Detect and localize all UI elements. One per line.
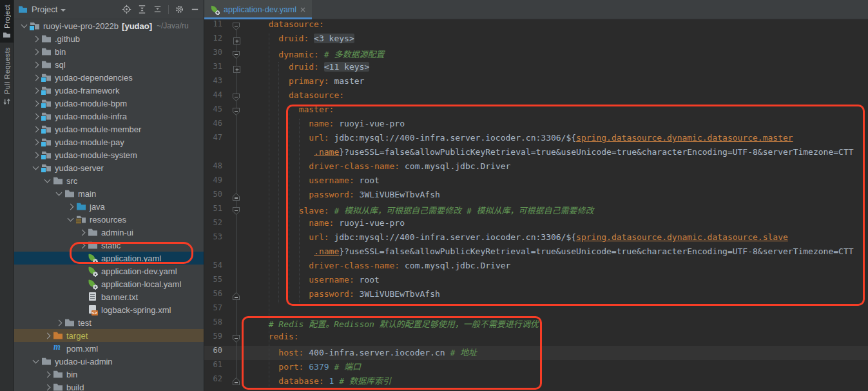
code-line-47[interactable]: 47 url: jdbc:mysql://400-infra.server.io… [204,133,868,147]
code-line-62[interactable]: 62 database: 1 # 数据库索引 [204,374,868,388]
code-line-12[interactable]: 12 druid: <3 keys> [204,34,868,48]
fold-marker-open-icon[interactable] [233,335,240,343]
code-line-53[interactable]: 53 url: jdbc:mysql://400-infra.server.io… [204,232,868,246]
tree-item-test[interactable]: test [14,316,204,329]
tree-item-bin[interactable]: bin [14,45,204,58]
fold-marker-plus-icon[interactable] [233,37,240,45]
code-line-49[interactable]: 49 username: root [204,175,868,190]
tree-item-yudao-ui-admin[interactable]: yudao-ui-admin [14,355,204,368]
tree-item-target[interactable]: target [14,329,204,342]
tree-item-yudao-framework[interactable]: yudao-framework [14,84,204,97]
chevron-right-icon[interactable] [33,88,39,94]
chevron-down-icon[interactable] [21,22,28,28]
tree-item-admin-ui[interactable]: admin-ui [14,226,204,239]
code-line-60[interactable]: 60 host: 400-infra.server.iocoder.cn # 地… [204,346,868,360]
tree-item-github[interactable]: .github [14,32,204,45]
tool-button-project[interactable]: Project [0,0,14,43]
code-line-48[interactable]: 48 driver-class-name: com.mysql.jdbc.Dri… [204,161,868,175]
chevron-right-icon[interactable] [33,49,39,55]
tree-item-banner-txt[interactable]: banner.txt [14,290,204,303]
code-line-43[interactable]: 43 primary: master [204,76,868,90]
fold-marker-plus-icon[interactable] [233,66,240,73]
chevron-right-icon[interactable] [33,152,39,159]
chevron-down-icon[interactable] [61,9,66,12]
tree-item-application-local-yaml[interactable]: application-local.yaml [14,277,204,290]
tree-item-yudao-server[interactable]: yudao-server [14,161,204,174]
tree-item-sql[interactable]: sql [14,58,204,71]
chevron-right-icon[interactable] [44,372,51,378]
collapse-all-icon[interactable] [137,5,147,14]
code-line-wrap[interactable]: .name}?useSSL=false&allowPublicKeyRetrie… [204,147,868,161]
fold-marker-open-icon[interactable] [233,51,240,59]
tree-item-main[interactable]: main [14,187,204,200]
code-line-58[interactable]: 58 # Redis 配置。Redisson 默认的配置足够使用，一般不需要进行… [204,317,868,332]
code-line-61[interactable]: 61 port: 6379 # 端口 [204,360,868,374]
fold-marker-end-icon[interactable] [233,193,240,201]
chevron-down-icon[interactable] [33,357,39,364]
tree-item-yudao-module-system[interactable]: yudao-module-system [14,148,204,161]
locate-icon[interactable] [122,5,131,14]
code-line-50[interactable]: 50 password: 3WLiVUBEwTbvAfsh [204,190,868,204]
code-line-45[interactable]: 45 master: [204,105,868,119]
code-line-44[interactable]: 44 datasource: [204,90,868,105]
fold-marker-open-icon[interactable] [233,207,240,215]
fold-marker-open-icon[interactable] [233,94,240,101]
settings-gear-icon[interactable] [175,5,184,14]
code-line-56[interactable]: 56 password: 3WLiVUBEwTbvAfsh [204,289,868,303]
code-line-51[interactable]: 51 slave: # 模拟从库，可根据自己需要修改 # 模拟从库，可根据自己需… [204,204,868,218]
tree-item-application-yaml[interactable]: application.yaml [14,252,204,265]
expand-collapse-icon[interactable] [153,5,162,14]
code-line-54[interactable]: 54 driver-class-name: com.mysql.jdbc.Dri… [204,261,868,275]
chevron-right-icon[interactable] [33,36,39,43]
fold-marker-end-icon[interactable] [233,377,240,385]
chevron-down-icon[interactable] [44,177,51,183]
editor-area[interactable]: application-dev.yaml 11 datasource:12 dr… [204,0,868,391]
tool-button-pull-requests[interactable]: Pull Requests [0,43,14,110]
chevron-right-icon[interactable] [79,230,86,236]
code-line-31[interactable]: 31 druid: <11 keys> [204,62,868,76]
tree-item-resources[interactable]: resources [14,213,204,226]
chevron-right-icon[interactable] [44,333,51,339]
chevron-down-icon[interactable] [56,190,63,196]
code-line-wrap[interactable]: .name}?useSSL=false&allowPublicKeyRetrie… [204,246,868,261]
folded-region-badge[interactable]: <3 keys> [314,34,354,43]
tree-item-static[interactable]: static [14,239,204,252]
chevron-right-icon[interactable] [79,243,86,249]
code-line-55[interactable]: 55 username: root [204,275,868,289]
tree-item-logback-spring-xml[interactable]: logback-spring.xml [14,303,204,316]
code-line-30[interactable]: 30 dynamic: # 多数据源配置 [204,48,868,62]
chevron-right-icon[interactable] [33,101,39,107]
tree-item-bin[interactable]: bin [14,368,204,381]
code-line-46[interactable]: 46 name: ruoyi-vue-pro [204,119,868,133]
hide-panel-icon[interactable] [190,5,200,14]
close-icon[interactable] [300,6,306,13]
tree-item-ruoyi-vue-pro-2022b[interactable]: ruoyi-vue-pro-2022b[yudao]~/Java/ru [14,19,204,32]
code-viewport[interactable]: 11 datasource:12 druid: <3 keys>30 dynam… [204,19,868,391]
chevron-right-icon[interactable] [33,126,39,133]
yaml-reference-link[interactable]: .name [314,246,339,256]
chevron-right-icon[interactable] [33,75,39,81]
tree-item-yudao-module-member[interactable]: yudao-module-member [14,123,204,135]
yaml-reference-link[interactable]: .name [314,147,339,157]
project-toolbar-title[interactable]: Project [32,5,57,14]
chevron-right-icon[interactable] [33,139,39,146]
tree-item-yudao-module-bpm[interactable]: yudao-module-bpm [14,97,204,110]
chevron-down-icon[interactable] [33,164,39,170]
chevron-right-icon[interactable] [33,62,39,68]
fold-marker-open-icon[interactable] [233,108,240,115]
fold-marker-end-icon[interactable] [233,292,240,300]
tree-item-yudao-dependencies[interactable]: yudao-dependencies [14,71,204,84]
code-line-57[interactable]: 57 [204,303,868,317]
tree-item-application-dev-yaml[interactable]: application-dev.yaml [14,265,204,277]
tree-item-pom-xml[interactable]: pom.xml [14,342,204,355]
chevron-right-icon[interactable] [44,385,51,391]
yaml-reference-link[interactable]: spring.datasource.dynamic.datasource.sla… [576,232,788,242]
tree-item-java[interactable]: java [14,200,204,213]
tree-item-build[interactable]: build [14,381,204,391]
tab-application-dev-yaml[interactable]: application-dev.yaml [204,0,312,19]
chevron-right-icon[interactable] [56,320,63,326]
fold-marker-open-icon[interactable] [233,23,240,30]
chevron-down-icon[interactable] [68,216,74,222]
tree-item-yudao-module-pay[interactable]: yudao-module-pay [14,135,204,148]
folded-region-badge[interactable]: <11 keys> [324,62,369,72]
